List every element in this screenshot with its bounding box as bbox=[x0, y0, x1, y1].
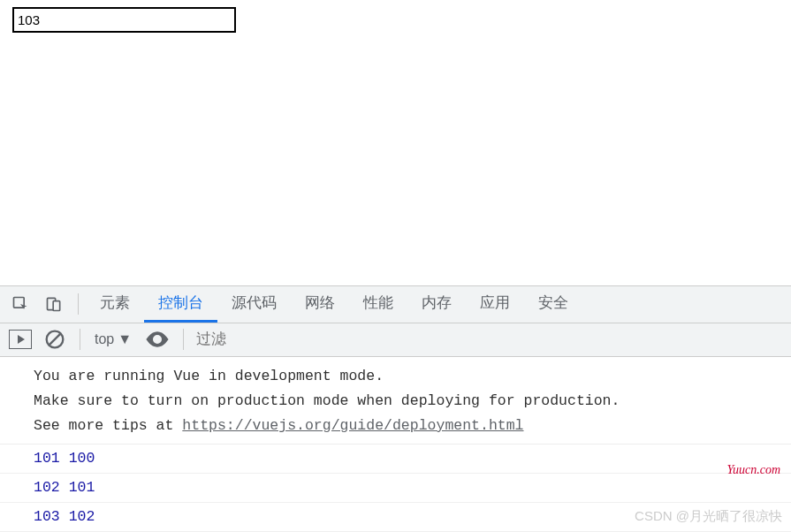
log-value: 100 bbox=[69, 450, 95, 467]
log-value: 102 bbox=[34, 479, 60, 496]
log-value: 101 bbox=[69, 479, 95, 496]
watermark-author: CSDN @月光晒了很凉快 bbox=[635, 508, 782, 525]
tab-sources[interactable]: 源代码 bbox=[217, 285, 291, 323]
tab-console[interactable]: 控制台 bbox=[144, 285, 217, 323]
tab-memory[interactable]: 内存 bbox=[407, 285, 466, 323]
tab-application[interactable]: 应用 bbox=[466, 285, 524, 323]
log-text: You are running Vue in development mode. bbox=[34, 368, 384, 384]
svg-rect-2 bbox=[53, 301, 59, 311]
inspect-icon[interactable] bbox=[9, 293, 32, 315]
console-toolbar: top ▼ bbox=[0, 323, 791, 357]
live-expression-icon[interactable] bbox=[144, 330, 171, 349]
number-input[interactable] bbox=[12, 7, 236, 33]
separator bbox=[183, 329, 184, 350]
console-sidebar-toggle-icon[interactable] bbox=[9, 330, 32, 349]
console-message: You are running Vue in development mode.… bbox=[0, 361, 791, 445]
device-toggle-icon[interactable] bbox=[42, 293, 65, 315]
tab-security[interactable]: 安全 bbox=[524, 285, 582, 323]
console-log-row: 102 101 bbox=[0, 474, 791, 503]
separator bbox=[78, 293, 79, 315]
console-log-row: 101 100 bbox=[0, 445, 791, 474]
log-text: See more tips at bbox=[34, 417, 182, 434]
watermark-site: Yuucn.com bbox=[726, 463, 780, 477]
tab-performance[interactable]: 性能 bbox=[349, 285, 407, 323]
devtools-panel: 元素 控制台 源代码 网络 性能 内存 应用 安全 top ▼ You are … bbox=[0, 285, 791, 532]
chevron-down-icon: ▼ bbox=[118, 331, 132, 347]
deployment-link[interactable]: https://vuejs.org/guide/deployment.html bbox=[182, 417, 523, 434]
log-value: 102 bbox=[69, 508, 95, 525]
log-value: 103 bbox=[34, 508, 60, 525]
svg-line-4 bbox=[49, 334, 61, 346]
separator bbox=[80, 329, 80, 350]
devtools-tablist: 元素 控制台 源代码 网络 性能 内存 应用 安全 bbox=[0, 286, 791, 323]
svg-point-5 bbox=[156, 338, 160, 342]
tab-network[interactable]: 网络 bbox=[291, 285, 349, 323]
log-value: 101 bbox=[34, 450, 60, 467]
console-filter-input[interactable] bbox=[191, 329, 332, 350]
tab-elements[interactable]: 元素 bbox=[86, 285, 144, 323]
log-text: Make sure to turn on production mode whe… bbox=[34, 392, 620, 409]
execution-context-select[interactable]: top ▼ bbox=[87, 331, 139, 347]
clear-console-icon[interactable] bbox=[42, 327, 67, 352]
console-output: You are running Vue in development mode.… bbox=[0, 357, 791, 532]
context-label: top bbox=[95, 331, 114, 347]
